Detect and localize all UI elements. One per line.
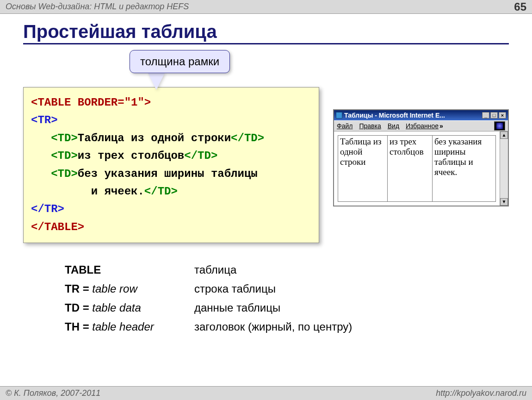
glossary-row: TD = table data данные таблицы: [65, 299, 509, 318]
callout-bubble: толщина рамки: [130, 50, 230, 73]
code-text: без указания ширины таблицы: [78, 168, 258, 180]
definition: заголовок (жирный, по центру): [194, 318, 352, 337]
definition: данные таблицы: [194, 299, 280, 318]
ie-body: Таблица из одной строки из трех столбцов…: [334, 131, 500, 206]
glossary-row: TABLE таблица: [65, 261, 509, 280]
code-line: <TR>: [31, 112, 311, 129]
ie-logo-icon: [494, 121, 505, 131]
page-title: Простейшая таблица: [23, 21, 509, 42]
callout-row: толщина рамки: [23, 50, 509, 91]
code-line: </TR>: [31, 200, 311, 218]
code-close-table: </TABLE>: [31, 221, 84, 233]
menu-edit[interactable]: Правка: [359, 122, 381, 130]
code-td-close: </TD>: [231, 132, 264, 144]
title-underline: [23, 43, 509, 44]
term: TR = table row: [65, 280, 194, 299]
glossary-row: TH = table header заголовок (жирный, по …: [65, 318, 509, 337]
term: TD = table data: [65, 299, 194, 318]
code-text: из трех столбцов: [78, 150, 184, 162]
main-row: <TABLE BORDER="1"> <TR> <TD>Таблица из о…: [23, 91, 509, 247]
header-breadcrumb: Основы Web-дизайна: HTML и редактор HEFS: [6, 2, 189, 12]
menu-favorites[interactable]: Избранное: [406, 122, 443, 130]
term: TABLE: [65, 261, 194, 280]
footer-url: http://kpolyakov.narod.ru: [436, 388, 526, 398]
ie-viewport: Таблица из одной строки из трех столбцов…: [338, 135, 496, 202]
page-number: 65: [514, 0, 526, 13]
code-text: Таблица из одной строки: [78, 132, 231, 144]
ie-app-icon: [336, 112, 342, 119]
code-td-open: <TD>: [51, 132, 78, 144]
code-line: <TD>без указания ширины таблицы: [31, 165, 311, 183]
code-td-close: </TD>: [184, 150, 217, 162]
menu-file[interactable]: Файл: [337, 122, 353, 130]
ie-menu-bar: Файл Правка Вид Избранное: [334, 120, 508, 131]
callout-tail-icon: [148, 73, 165, 90]
code-line: <TABLE BORDER="1">: [31, 94, 311, 112]
close-button[interactable]: ×: [499, 112, 506, 119]
maximize-button[interactable]: □: [490, 112, 498, 119]
table-cell: из трех столбцов: [388, 136, 433, 202]
code-line: <TD>из трех столбцов</TD>: [31, 147, 311, 165]
scroll-up-icon[interactable]: ▲: [500, 131, 508, 139]
code-line: </TABLE>: [31, 219, 311, 236]
topbar: Основы Web-дизайна: HTML и редактор HEFS…: [0, 0, 532, 14]
table-cell: без указания ширины таблицы и ячеек.: [433, 136, 496, 202]
menu-view[interactable]: Вид: [388, 122, 399, 130]
ie-title-bar: Таблицы - Microsoft Internet E... _ □ ×: [334, 110, 508, 120]
definition: таблица: [194, 261, 236, 280]
code-open-tr: <TR>: [31, 114, 58, 126]
footer: © К. Поляков, 2007-2011 http://kpolyakov…: [0, 386, 532, 400]
scrollbar-vertical[interactable]: ▲ ▼: [500, 131, 508, 206]
code-close-tr: </TR>: [31, 203, 64, 215]
ie-client-area: Таблица из одной строки из трех столбцов…: [334, 131, 508, 206]
slide-content: Простейшая таблица толщина рамки <TABLE …: [0, 14, 532, 336]
code-open-table: <TABLE BORDER="1">: [31, 96, 151, 109]
glossary: TABLE таблица TR = table row строка табл…: [65, 261, 509, 336]
code-line: <TD>Таблица из одной строки</TD>: [31, 130, 311, 147]
table-cell: Таблица из одной строки: [338, 136, 388, 202]
footer-copyright: © К. Поляков, 2007-2011: [6, 388, 100, 398]
definition: строка таблицы: [194, 280, 276, 299]
code-box: <TABLE BORDER="1"> <TR> <TD>Таблица из о…: [23, 87, 319, 243]
term: TH = table header: [65, 318, 194, 337]
ie-window: Таблицы - Microsoft Internet E... _ □ × …: [333, 109, 509, 206]
code-td-open: <TD>: [51, 150, 78, 162]
code-line: и ячеек.</TD>: [31, 183, 311, 200]
code-td-close: </TD>: [144, 185, 178, 198]
ie-title-left: Таблицы - Microsoft Internet E...: [336, 112, 445, 119]
code-td-open: <TD>: [51, 168, 78, 180]
ie-title-text: Таблицы - Microsoft Internet E...: [344, 112, 445, 119]
code-text: и ячеек.: [91, 185, 144, 198]
glossary-row: TR = table row строка таблицы: [65, 280, 509, 299]
ie-window-buttons: _ □ ×: [482, 112, 506, 119]
scroll-down-icon[interactable]: ▼: [500, 198, 508, 206]
minimize-button[interactable]: _: [482, 112, 489, 119]
preview-table: Таблица из одной строки из трех столбцов…: [338, 135, 496, 202]
